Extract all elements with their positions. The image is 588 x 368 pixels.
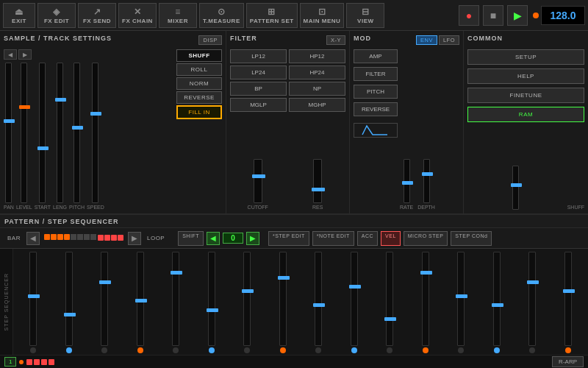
hp12-button[interactable]: HP12 [289,49,345,63]
record-button[interactable]: ● [459,5,479,26]
disp-button[interactable]: DISP [198,35,222,45]
play-button[interactable]: ▶ [507,5,528,26]
step-7[interactable] [230,252,265,353]
norm-button[interactable]: NORM [176,77,222,90]
shuff-button[interactable]: SHUFF [176,49,222,62]
bar-indicator-1 [44,234,50,240]
shuff-label: SHUFF [567,205,584,210]
fillin-button[interactable]: FILL IN [176,105,222,119]
pattern-set-label: PATTERN SET [250,18,294,24]
sequencer-toolbar: BAR ◀ ▶ LOOP SHIFT ◀ [0,228,588,249]
fx-chain-button[interactable]: ✕ FX CHAIN [118,3,157,28]
bp-button[interactable]: BP [230,82,287,96]
reverse-mod-button[interactable]: REVERSE [354,102,398,116]
fx-edit-button[interactable]: ◈ FX EDIT [37,3,76,28]
pitch-label: PITCH [69,205,85,210]
mghp-button[interactable]: MGHP [289,98,345,112]
env-button[interactable]: ENV [416,35,437,45]
pattern-set-button[interactable]: ⊞ PATTERN SET [246,3,298,28]
step-cond-button[interactable]: STEP CONd [451,231,492,246]
lp24-button[interactable]: LP24 [230,66,287,79]
step-prev-button[interactable]: ◀ [207,232,220,245]
lp12-button[interactable]: LP12 [230,49,287,63]
speed-fader[interactable]: SPEED [87,63,104,210]
step-15[interactable] [515,252,550,353]
res-fader[interactable]: RES [290,159,346,210]
amp-button[interactable]: AMP [354,49,398,63]
step-value: 0 [223,233,243,244]
bpm-display: 128.0 [541,6,585,25]
step-4[interactable] [123,252,158,353]
view-icon: ⊟ [362,7,370,17]
step-1[interactable] [16,252,51,353]
rate-fader[interactable]: RATE [400,159,413,210]
leng-fader[interactable]: LENG [53,63,67,210]
bar-indicator-3 [57,234,63,240]
bar-indicator-7 [84,234,90,240]
setup-button[interactable]: SETUP [467,49,584,65]
note-edit-button[interactable]: *NOTE EDIT [312,231,354,246]
hp24-button[interactable]: HP24 [289,66,345,79]
xy-button[interactable]: X-Y [326,35,345,45]
track-bar-1 [26,359,32,365]
mode-buttons: SHUFF ROLL NORM REVERSE FILL IN [176,49,222,210]
view-button[interactable]: ⊟ VIEW [346,3,384,28]
cutoff-fader[interactable]: CUTOFF [230,159,286,210]
step-14[interactable] [480,252,514,353]
step-10[interactable] [337,252,372,353]
step-12[interactable] [409,252,443,353]
step-next-button[interactable]: ▶ [246,232,259,245]
arrow-left-button[interactable]: ◀ [4,49,17,60]
bar-prev-button[interactable]: ◀ [26,232,40,245]
start-fader[interactable]: START [35,63,51,210]
mixer-button[interactable]: ≡ MIXER [159,3,197,28]
step-edit-button[interactable]: *STEP EDIT [268,231,309,246]
depth-label: DEPTH [417,205,435,210]
help-button[interactable]: HELP [467,68,584,84]
step-11[interactable] [373,252,407,353]
shift-button[interactable]: SHIFT [178,231,204,246]
res-label: RES [312,205,323,210]
shuff-fader[interactable] [467,166,564,210]
ram-button[interactable]: RAM [467,107,584,122]
main-menu-button[interactable]: ⊡ MAIN MENU [300,3,345,28]
depth-fader[interactable]: DEPTH [417,159,435,210]
acc-button[interactable]: ACC [357,231,378,246]
track-bar-3 [41,359,47,365]
step-5[interactable] [159,252,193,353]
step-16[interactable] [551,252,586,353]
step-8[interactable] [266,252,301,353]
vel-button[interactable]: VEL [381,231,401,246]
pitch-fader[interactable]: PITCH [69,63,85,210]
fx-send-button[interactable]: ↗ FX SEND [78,3,116,28]
t-measure-button[interactable]: ⊙ T.MEASURE [199,3,244,28]
step-3[interactable] [87,252,122,353]
t-measure-icon: ⊙ [218,7,226,17]
bar-next-button[interactable]: ▶ [128,232,141,245]
lfo-button[interactable]: LFO [439,35,459,45]
finetune-button[interactable]: FINETUNE [467,88,584,103]
bar-indicator-11 [111,235,117,241]
level-fader[interactable]: LEVEL [16,63,32,210]
filter-mod-button[interactable]: FILTER [354,67,398,81]
step-6[interactable] [195,252,229,353]
pitch-mod-button[interactable]: PITCH [354,85,398,99]
speed-label: SPEED [87,205,104,210]
mglp-button[interactable]: MGLP [230,98,287,112]
loop-label: LOOP [144,235,168,241]
step-2[interactable] [52,252,87,353]
step-9[interactable] [301,252,336,353]
stop-button[interactable]: ■ [483,5,503,26]
micro-step-button[interactable]: MICRO STEP [404,231,448,246]
roll-button[interactable]: ROLL [176,63,222,76]
pan-fader[interactable]: PAN [4,63,14,210]
exit-button[interactable]: ⏏ EXIT [3,3,35,28]
r-arp-button[interactable]: R-ARP [552,356,584,367]
reverse-button[interactable]: REVERSE [176,91,222,104]
step-13[interactable] [444,252,478,353]
np-button[interactable]: NP [289,82,345,96]
main-menu-icon: ⊡ [318,7,326,17]
pan-label: PAN [4,205,14,210]
filter-panel-title: FILTER [230,35,257,42]
arrow-right-button[interactable]: ▶ [18,49,32,60]
